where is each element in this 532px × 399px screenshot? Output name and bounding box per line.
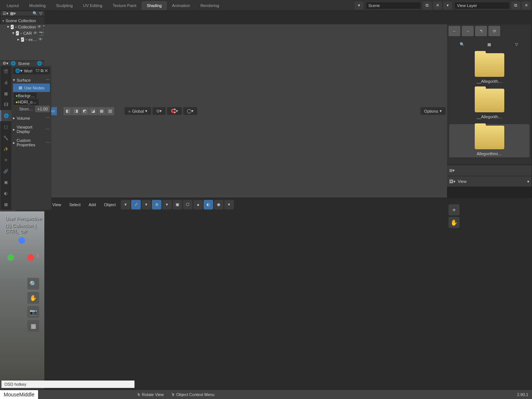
nav-up-icon[interactable]: ↰: [475, 26, 487, 36]
tab-modifier-icon[interactable]: 🔧: [0, 132, 11, 143]
xray-icon[interactable]: ▣: [173, 200, 182, 209]
outliner-search-icon[interactable]: 🔍: [33, 11, 38, 16]
tab-render-icon[interactable]: 🎬: [0, 66, 11, 77]
world-refresh-icon[interactable]: 🌐: [37, 61, 42, 66]
workspace-layout[interactable]: Layout: [1, 1, 24, 10]
snap-dropdown[interactable]: 🧲▾: [167, 107, 182, 115]
overlays-toggle-icon[interactable]: ⊚: [152, 200, 161, 209]
eye-icon[interactable]: 👁: [37, 24, 41, 29]
workspace-shading[interactable]: Shading: [141, 1, 167, 10]
folder-item[interactable]: __Allegorith…: [449, 53, 529, 83]
nav-fwd-icon[interactable]: →: [462, 26, 474, 36]
workspace-animation[interactable]: Animation: [167, 1, 195, 10]
perspective-tool-icon[interactable]: ▦: [27, 320, 39, 332]
nav-back-icon[interactable]: ←: [449, 26, 460, 36]
tab-physics-icon[interactable]: ⚛: [0, 154, 11, 166]
vp-add-menu[interactable]: Add: [86, 201, 99, 208]
use-nodes-button[interactable]: ▦Use Nodes: [13, 83, 50, 92]
eye-icon[interactable]: 👁: [38, 37, 42, 42]
tab-world-icon[interactable]: 🌐: [0, 110, 11, 121]
zoom-icon[interactable]: ＋: [449, 204, 460, 215]
render-icon[interactable]: 📷: [44, 37, 44, 42]
workspace-rendering[interactable]: Rendering: [195, 1, 224, 10]
tab-object-icon[interactable]: ▢: [0, 121, 11, 132]
render-icon[interactable]: 📷: [39, 31, 44, 35]
pivot-dropdown[interactable]: ⊙▾: [153, 107, 166, 115]
viewport-3d[interactable]: User Perspective (1) Collection | CTRL_c…: [0, 211, 44, 389]
eye-icon[interactable]: 👁: [33, 31, 37, 35]
volume-panel-header[interactable]: ▸Volume⋯: [13, 115, 50, 122]
tab-output-icon[interactable]: 🖨: [0, 77, 11, 88]
tab-data-icon[interactable]: ▣: [0, 177, 11, 188]
gizmo-toggle-icon[interactable]: ⤢: [131, 200, 141, 209]
gizmo-settings-icon[interactable]: ▾: [141, 200, 151, 209]
tab-material-icon[interactable]: ◐: [0, 188, 11, 199]
tab-scene-icon[interactable]: 🎞: [0, 99, 11, 110]
viewlayer-del-icon[interactable]: ✕: [522, 1, 531, 10]
scene-pin-icon[interactable]: 🌐: [11, 61, 16, 66]
workspace-sculpting[interactable]: Sculpting: [51, 1, 78, 10]
zoom-tool-icon[interactable]: 🔍: [27, 278, 39, 290]
viewportdisplay-panel-header[interactable]: ▸Viewport Display⋯: [13, 124, 50, 135]
pan-tool-icon[interactable]: ✋: [27, 292, 39, 304]
color-slot[interactable]: ●HDRI_o…: [13, 98, 39, 106]
grid-icon[interactable]: ▦: [484, 39, 494, 50]
viewlayer-new-icon[interactable]: ⧉: [511, 1, 520, 10]
workspace-uvediting[interactable]: UV Editing: [78, 1, 108, 10]
scene-crumb[interactable]: Scene: [18, 61, 30, 66]
outliner-collection[interactable]: ▾✓▫Collection👁📷: [2, 24, 43, 30]
strength-field[interactable]: ●1.00: [35, 106, 50, 112]
viewlayer-icon[interactable]: ▾: [443, 1, 452, 10]
scene-new-icon[interactable]: ⧉: [423, 1, 432, 10]
filter-icon[interactable]: ▽: [511, 39, 522, 50]
outliner-collection[interactable]: ▾✓▫CAR👁📷: [2, 30, 43, 36]
outliner-display-icon[interactable]: ▦▾: [10, 11, 16, 16]
shading-wire-icon[interactable]: ⬡: [183, 200, 192, 209]
scene-selector[interactable]: Scene: [366, 2, 421, 9]
folder-item[interactable]: __Allegorith…: [449, 89, 529, 119]
nav-refresh-icon[interactable]: ⟳: [488, 26, 500, 36]
folder-item[interactable]: Allegorithmi…: [449, 124, 529, 157]
orientation-dropdown[interactable]: ⟐Global▾: [125, 107, 151, 115]
editortype-props[interactable]: ⚙▾: [3, 61, 8, 66]
status-rotate: 🖱 Rotate View: [137, 392, 164, 397]
outliner-collection[interactable]: ▸✓▫ex…👁📷: [2, 36, 43, 42]
vp-object-menu[interactable]: Object: [101, 201, 119, 208]
panel-title: Viewport Display: [17, 125, 44, 134]
workspace-texturepaint[interactable]: Texture Paint: [108, 1, 141, 10]
render-icon[interactable]: 📷: [43, 24, 44, 29]
shading-rendered-icon[interactable]: ◉: [214, 200, 224, 209]
world-breadcrumb[interactable]: 🌐▾Worl🛡 ⧉ ✕: [13, 67, 50, 74]
vp-select-menu[interactable]: Select: [66, 201, 83, 208]
options-menu[interactable]: Options ▾: [420, 107, 446, 115]
search-icon[interactable]: 🔍: [457, 39, 467, 50]
shading-matprev-icon[interactable]: ◐: [204, 200, 213, 209]
scene-icon[interactable]: ▾: [355, 1, 364, 10]
outliner-filter-icon[interactable]: ▽: [39, 11, 42, 16]
display-dropdown[interactable]: ⊞▾: [449, 168, 455, 173]
tab-texture-icon[interactable]: ▦: [0, 199, 11, 210]
outliner[interactable]: ▪Scene Collection ▾✓▫Collection👁📷 ▾✓▫CAR…: [0, 16, 44, 61]
shading-solid-icon[interactable]: ●: [193, 200, 203, 209]
tab-constraints-icon[interactable]: 🔗: [0, 166, 11, 177]
scene-del-icon[interactable]: ✕: [433, 1, 442, 10]
viewlayer-selector[interactable]: View Layer: [454, 2, 510, 9]
camera-tool-icon[interactable]: 📷: [27, 306, 39, 318]
customprops-panel-header[interactable]: ▸Custom Properties⋯: [13, 137, 50, 148]
tab-particles-icon[interactable]: ✨: [0, 143, 11, 154]
image-view-menu[interactable]: View: [458, 179, 467, 184]
image-editor-icon[interactable]: 🖼▾: [449, 179, 456, 184]
pan-icon[interactable]: ✋: [449, 217, 460, 228]
vp-view-menu[interactable]: View: [50, 201, 64, 208]
editortype-outliner[interactable]: ☰▾: [3, 11, 8, 16]
surface-panel-header[interactable]: ▾Surface⋯: [13, 76, 50, 83]
outliner-root[interactable]: ▪Scene Collection: [2, 18, 43, 24]
tab-viewlayer-icon[interactable]: ▦: [0, 88, 11, 99]
propedit-dropdown[interactable]: ◯▾: [183, 107, 197, 115]
shading-settings-icon[interactable]: ▾: [224, 200, 234, 209]
navigation-gizmo[interactable]: Z X: [6, 237, 35, 267]
workspace-modeling[interactable]: Modeling: [24, 1, 51, 10]
overlays-settings-icon[interactable]: ▾: [162, 200, 172, 209]
select-mode-group[interactable]: ◧◨◩◪▦▧: [64, 107, 114, 115]
view-dropdown-icon[interactable]: ▾: [121, 200, 130, 209]
